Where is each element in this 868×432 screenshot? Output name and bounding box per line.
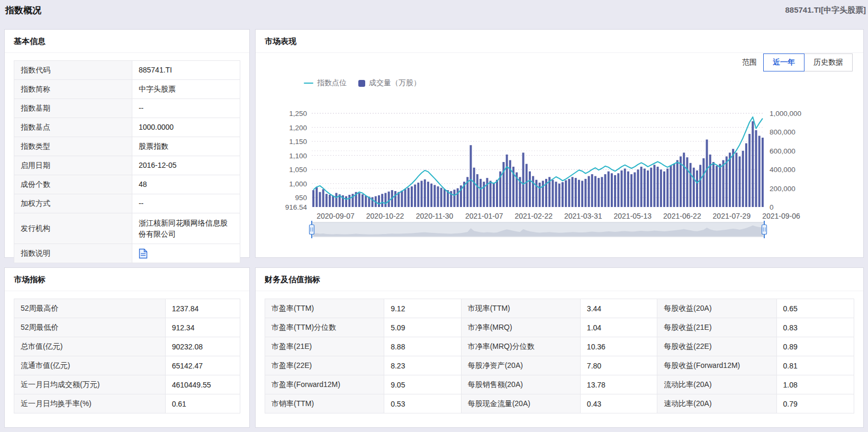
svg-text:1,100: 1,100 xyxy=(289,152,307,160)
row-value: 10.36 xyxy=(581,337,658,356)
finance-valuation-card: 财务及估值指标 市盈率(TTM) 9.12 市现率(TTM) 3.44 每股收益… xyxy=(255,267,864,428)
page-title: 指数概况 xyxy=(5,4,41,16)
row-label: 启用日期 xyxy=(14,156,132,175)
svg-text:916.54: 916.54 xyxy=(285,203,308,211)
row-label: 市现率(TTM) xyxy=(462,299,581,318)
table-row: 市销率(TTM) 0.53 每股现金流量(20A) 0.43 速动比率(20A)… xyxy=(265,394,854,413)
svg-text:1,000: 1,000 xyxy=(289,180,307,188)
svg-text:2021-07-29: 2021-07-29 xyxy=(713,212,751,220)
line-marker-icon xyxy=(304,83,313,84)
table-row: 52周最低价 912.34 xyxy=(14,318,240,337)
svg-text:2020-10-22: 2020-10-22 xyxy=(366,212,404,220)
row-value: 2016-12-05 xyxy=(132,156,240,175)
row-label: 每股收益(20A) xyxy=(657,299,776,318)
row-value: 浙江核新同花顺网络信息股份有限公司 xyxy=(132,213,240,244)
row-value: 8.23 xyxy=(384,356,462,375)
row-value: 7.80 xyxy=(581,356,658,375)
svg-text:2020-09-07: 2020-09-07 xyxy=(317,212,355,220)
table-row: 成份个数 48 xyxy=(14,175,240,194)
datazoom-handle[interactable] xyxy=(762,225,767,235)
row-label: 近一月日均换手率(%) xyxy=(14,394,166,413)
row-label: 市盈率(Forward12M) xyxy=(265,375,384,394)
range-label: 范围 xyxy=(742,58,757,67)
svg-text:1,150: 1,150 xyxy=(289,138,307,146)
table-row: 指数简称 中字头股票 xyxy=(14,79,240,98)
table-row: 流通市值(亿元) 65142.47 xyxy=(14,356,240,375)
svg-text:800,000: 800,000 xyxy=(770,128,795,136)
performance-chart[interactable]: 9501,0001,0501,1001,1501,2001,250916.540… xyxy=(261,88,859,247)
row-label: 市销率(TTM) xyxy=(265,394,384,413)
table-row: 市盈率(22E) 8.23 每股净资产(20A) 7.80 每股收益(Forwa… xyxy=(265,356,854,375)
row-label: 市净率(MRQ) xyxy=(462,318,581,337)
table-row: 52周最高价 1237.84 xyxy=(14,299,240,318)
row-value: 90232.08 xyxy=(166,337,240,356)
row-label: 流通市值(亿元) xyxy=(14,356,166,375)
row-value: 股票指数 xyxy=(132,137,240,156)
index-overview-page: 指数概况 885741.TI[中字头股票] 基本信息 指数代码 885741.T… xyxy=(0,0,868,432)
basic-info-title: 基本信息 xyxy=(5,30,249,53)
svg-text:2021-03-31: 2021-03-31 xyxy=(564,212,602,220)
table-row: 指数类型 股票指数 xyxy=(14,137,240,156)
table-row: 市盈率(21E) 8.88 市净率(MRQ)分位数 10.36 每股收益(22E… xyxy=(265,337,854,356)
row-label: 流动比率(20A) xyxy=(657,375,776,394)
row-label: 每股销售额(20A) xyxy=(462,375,581,394)
svg-text:2020-11-30: 2020-11-30 xyxy=(416,212,454,220)
svg-text:2021-06-22: 2021-06-22 xyxy=(663,212,701,220)
datazoom-handle[interactable] xyxy=(310,225,314,235)
svg-text:950: 950 xyxy=(295,194,307,202)
svg-text:1,200: 1,200 xyxy=(289,124,307,132)
market-stats-table: 52周最高价 1237.84 52周最低价 912.34 总市值(亿元) 902… xyxy=(14,299,240,413)
table-row: 指数说明 xyxy=(14,244,240,263)
row-value: 885741.TI xyxy=(132,61,240,79)
row-value: 4610449.55 xyxy=(166,375,240,394)
row-label: 市盈率(22E) xyxy=(265,356,384,375)
market-performance-title: 市场表现 xyxy=(256,30,863,53)
row-label: 总市值(亿元) xyxy=(14,337,166,356)
row-label: 每股现金流量(20A) xyxy=(462,394,581,413)
row-label: 每股收益(Forward12M) xyxy=(657,356,776,375)
row-label: 近一月日均成交额(万元) xyxy=(14,375,166,394)
range-button-last-year[interactable]: 近一年 xyxy=(763,53,804,71)
row-value: -- xyxy=(132,99,240,118)
row-label: 每股净资产(20A) xyxy=(462,356,581,375)
table-row: 近一月日均成交额(万元) 4610449.55 xyxy=(14,375,240,394)
row-label: 速动比率(20A) xyxy=(657,394,776,413)
row-value: 1237.84 xyxy=(166,299,240,318)
legend-item-volume[interactable]: 成交量（万股） xyxy=(358,78,421,88)
row-value: 0.79 xyxy=(777,394,854,413)
legend-label: 指数点位 xyxy=(317,78,347,88)
index-description-cell xyxy=(132,244,240,263)
table-row: 近一月日均换手率(%) 0.61 xyxy=(14,394,240,413)
row-value: 5.09 xyxy=(384,318,462,337)
market-performance-card: 市场表现 范围 近一年 历史数据 指数点位 成交量（万股） 9501,0001,… xyxy=(255,29,864,258)
svg-text:1,050: 1,050 xyxy=(289,166,307,174)
table-row: 指数代码 885741.TI xyxy=(14,61,240,79)
row-label: 市净率(MRQ)分位数 xyxy=(462,337,581,356)
table-row: 加权方式 -- xyxy=(14,194,240,213)
row-label: 指数代码 xyxy=(14,61,132,79)
row-value: 0.83 xyxy=(777,318,854,337)
row-label: 指数基期 xyxy=(14,99,132,118)
range-button-history[interactable]: 历史数据 xyxy=(804,53,853,71)
svg-text:200,000: 200,000 xyxy=(770,185,795,193)
row-label: 市盈率(21E) xyxy=(265,337,384,356)
row-label: 成份个数 xyxy=(14,175,132,194)
table-row: 指数基期 -- xyxy=(14,98,240,118)
legend-item-index-line[interactable]: 指数点位 xyxy=(304,78,347,88)
row-value: 0.61 xyxy=(166,394,240,413)
row-label: 发行机构 xyxy=(14,213,132,244)
row-label: 每股收益(21E) xyxy=(657,318,776,337)
table-row: 市盈率(TTM)分位数 5.09 市净率(MRQ) 1.04 每股收益(21E)… xyxy=(265,318,854,337)
table-row: 市盈率(Forward12M) 9.05 每股销售额(20A) 13.78 流动… xyxy=(265,375,854,394)
document-icon[interactable] xyxy=(139,248,148,259)
range-controls: 范围 近一年 历史数据 xyxy=(742,53,853,71)
svg-text:1,000,000: 1,000,000 xyxy=(770,110,801,118)
finance-table: 市盈率(TTM) 9.12 市现率(TTM) 3.44 每股收益(20A) 0.… xyxy=(265,299,854,413)
table-row: 发行机构 浙江核新同花顺网络信息股份有限公司 xyxy=(14,213,240,244)
table-row: 总市值(亿元) 90232.08 xyxy=(14,337,240,356)
market-stats-card: 市场指标 52周最高价 1237.84 52周最低价 912.34 总市值(亿元… xyxy=(4,267,250,428)
row-value: 1.08 xyxy=(777,375,854,394)
row-label: 每股收益(22E) xyxy=(657,337,776,356)
row-value: 中字头股票 xyxy=(132,80,240,98)
row-value: -- xyxy=(132,194,240,213)
